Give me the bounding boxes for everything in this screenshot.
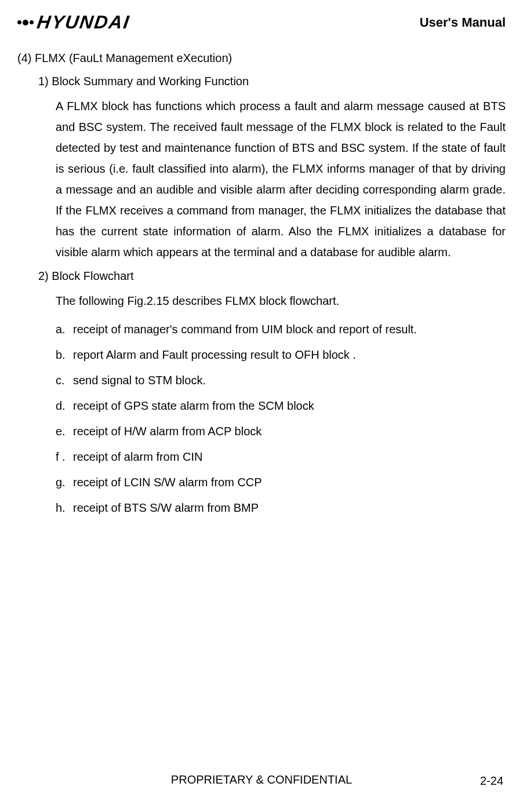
list-item: d.receipt of GPS state alarm from the SC… [56,396,506,416]
subsection-2-intro: The following Fig.2.15 describes FLMX bl… [56,290,506,311]
list-text: receipt of LCIN S/W alarm from CCP [73,472,506,492]
footer-confidential: PROPRIETARY & CONFIDENTIAL [0,773,523,786]
list-marker: g. [56,472,73,492]
list-text: report Alarm and Fault processing result… [73,345,506,365]
list-marker: b. [56,345,73,365]
list-text: receipt of BTS S/W alarm from BMP [73,498,506,518]
list-item: h.receipt of BTS S/W alarm from BMP [56,498,506,518]
list-text: receipt of manager's command from UIM bl… [73,319,506,339]
list-marker: c. [56,370,73,390]
list-item: b.report Alarm and Fault processing resu… [56,345,506,365]
flowchart-list: a.receipt of manager's command from UIM … [56,319,506,518]
list-item: c.send signal to STM block. [56,370,506,390]
list-marker: a. [56,319,73,339]
page-header: HYUNDAI User's Manual [17,12,506,33]
list-text: receipt of GPS state alarm from the SCM … [73,396,506,416]
subsection-1-title: 1) Block Summary and Working Function [38,74,506,89]
logo-text: HYUNDAI [35,12,131,33]
list-marker: h. [56,498,73,518]
list-marker: d. [56,396,73,416]
manual-title: User's Manual [420,15,506,30]
list-text: receipt of alarm from CIN [73,447,506,467]
section-title: (4) FLMX (FauLt Management eXecution) [17,50,506,65]
list-text: send signal to STM block. [73,370,506,390]
brand-logo: HYUNDAI [17,12,130,33]
list-item: f .receipt of alarm from CIN [56,447,506,467]
subsection-1-paragraph: A FLMX block has functions which process… [56,96,506,263]
list-marker: f . [56,447,73,467]
page-content: (4) FLMX (FauLt Management eXecution) 1)… [17,50,506,518]
logo-dots-icon [17,20,34,26]
list-text: receipt of H/W alarm from ACP block [73,421,506,441]
list-item: g.receipt of LCIN S/W alarm from CCP [56,472,506,492]
list-marker: e. [56,421,73,441]
subsection-2-title: 2) Block Flowchart [38,268,506,283]
page-number: 2-24 [480,774,503,788]
list-item: a.receipt of manager's command from UIM … [56,319,506,339]
list-item: e.receipt of H/W alarm from ACP block [56,421,506,441]
